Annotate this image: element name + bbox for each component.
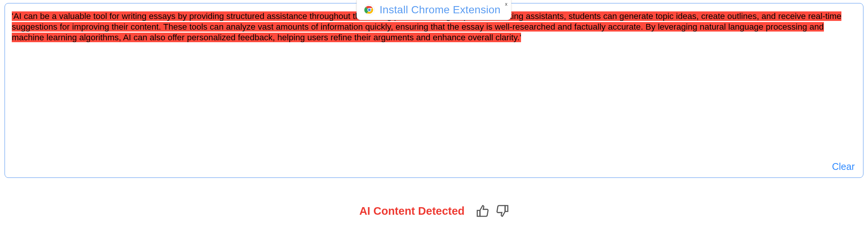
- svg-point-2: [368, 8, 371, 11]
- close-icon[interactable]: x: [505, 1, 508, 7]
- status-message: AI Content Detected: [359, 205, 464, 217]
- thumbs-down-icon[interactable]: [496, 204, 509, 217]
- banner-text: Install Chrome Extension: [380, 4, 501, 16]
- chrome-extension-banner[interactable]: Install Chrome Extension x: [356, 0, 512, 20]
- detection-status-bar: AI Content Detected: [0, 204, 868, 217]
- feedback-thumbs: [476, 204, 509, 217]
- chrome-icon: [364, 4, 375, 16]
- thumbs-up-icon[interactable]: [476, 204, 489, 217]
- text-input-box[interactable]: 'AI can be a valuable tool for writing e…: [5, 3, 863, 178]
- clear-button[interactable]: Clear: [832, 161, 855, 172]
